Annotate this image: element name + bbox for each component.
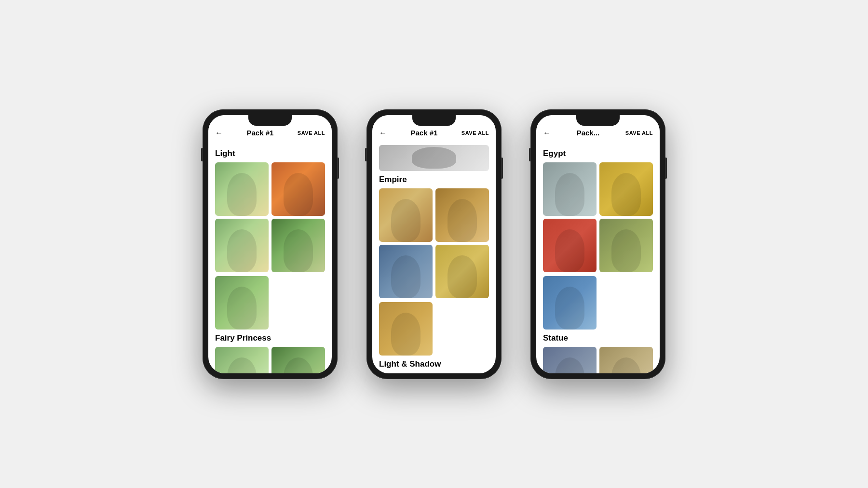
phone-3-egypt-grid <box>543 162 653 272</box>
phone-3-save-all-button[interactable]: SAVE ALL <box>625 130 653 136</box>
phone-2-empire-img-2[interactable] <box>435 188 489 242</box>
phone-2-partial-top[interactable] <box>379 145 489 171</box>
phone-1-notch <box>248 115 292 126</box>
phone-1-back-button[interactable]: ← <box>215 129 223 137</box>
phone-1-light-single <box>215 276 325 330</box>
phone-3-wrapper: ← Pack... SAVE ALL Egypt Statue <box>530 109 665 379</box>
phone-1-screen: ← Pack #1 SAVE ALL Light Fairy Princess <box>208 115 332 373</box>
phone-1-save-all-button[interactable]: SAVE ALL <box>298 130 325 136</box>
phone-3-notch <box>576 115 620 126</box>
phone-1-section-fairy-title: Fairy Princess <box>215 333 325 343</box>
phone-3-egypt-single <box>543 276 653 330</box>
phone-2-empire-img-3[interactable] <box>379 245 433 298</box>
phone-1-fairy-grid <box>215 347 325 373</box>
phone-3-section-statue-title: Statue <box>543 333 653 343</box>
phone-2-empire-img-4[interactable] <box>435 245 489 298</box>
phone-3-screen: ← Pack... SAVE ALL Egypt Statue <box>536 115 660 373</box>
phone-2-section-shadow-title: Light & Shadow <box>379 359 489 369</box>
phone-2-screen: ← Pack #1 SAVE ALL Empire <box>372 115 496 373</box>
phone-3-content: Egypt Statue <box>536 141 660 373</box>
phone-3-back-button[interactable]: ← <box>543 129 551 137</box>
phone-2-empire-single <box>379 302 489 356</box>
phone-2-back-button[interactable]: ← <box>379 129 387 137</box>
phone-2-empire-img-1[interactable] <box>379 188 433 242</box>
phone-3-statue-grid <box>543 347 653 373</box>
phone-3-egypt-img-5[interactable] <box>543 276 597 330</box>
phone-2-empire-img-5[interactable] <box>379 302 433 356</box>
phone-1: ← Pack #1 SAVE ALL Light Fairy Princess <box>203 109 338 379</box>
phone-1-section-light-title: Light <box>215 149 325 158</box>
phone-1-content: Light Fairy Princess <box>208 141 332 373</box>
phone-2-save-all-button[interactable]: SAVE ALL <box>461 130 489 136</box>
phone-1-light-grid <box>215 162 325 272</box>
phone-2-notch <box>412 115 456 126</box>
phone-3-statue-img-2[interactable] <box>599 347 653 373</box>
phone-2-content: Empire Light & Shadow <box>372 141 496 373</box>
phone-3: ← Pack... SAVE ALL Egypt Statue <box>530 109 665 379</box>
phone-1-fairy-img-2[interactable] <box>271 347 325 373</box>
phone-1-light-img-2[interactable] <box>271 162 325 216</box>
phone-3-title: Pack... <box>577 129 600 137</box>
phone-1-fairy-img-1[interactable] <box>215 347 269 373</box>
phone-3-egypt-img-3[interactable] <box>543 219 597 272</box>
phone-1-light-img-5[interactable] <box>215 276 269 330</box>
phone-1-light-img-4[interactable] <box>271 219 325 272</box>
phone-2: ← Pack #1 SAVE ALL Empire <box>366 109 502 379</box>
phone-1-light-img-1[interactable] <box>215 162 269 216</box>
phone-2-empire-grid <box>379 188 489 298</box>
phone-1-title: Pack #1 <box>246 129 273 137</box>
phone-3-egypt-img-1[interactable] <box>543 162 597 216</box>
phone-2-section-empire-title: Empire <box>379 175 489 185</box>
phone-2-title: Pack #1 <box>410 129 437 137</box>
phone-3-egypt-img-4[interactable] <box>599 219 653 272</box>
phone-3-section-egypt-title: Egypt <box>543 149 653 158</box>
phone-2-wrapper: ← Pack #1 SAVE ALL Empire <box>366 109 502 379</box>
phone-1-light-img-3[interactable] <box>215 219 269 272</box>
phone-1-wrapper: ← Pack #1 SAVE ALL Light Fairy Princess <box>203 109 338 379</box>
phone-3-egypt-img-2[interactable] <box>599 162 653 216</box>
phone-3-statue-img-1[interactable] <box>543 347 597 373</box>
